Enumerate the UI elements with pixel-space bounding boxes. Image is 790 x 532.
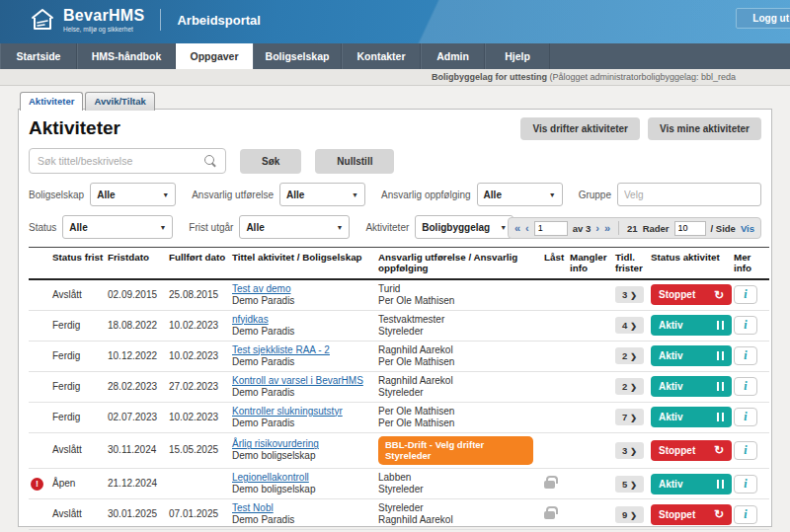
activity-title-link[interactable]: Test av demo	[232, 283, 290, 294]
chevron-down-icon: ▼	[159, 224, 166, 231]
boligselskap-name: Demo Paradis	[232, 418, 294, 428]
chevron-right-icon: ❯	[630, 481, 637, 490]
fristdato-cell: 28.02.2023	[106, 371, 167, 402]
more-info-button[interactable]: i	[734, 441, 757, 460]
previous-deadlines-button[interactable]: 2❯	[615, 347, 644, 364]
restart-icon: ↻	[714, 289, 724, 301]
deadline-warning-cell	[29, 371, 50, 402]
ansvarlig-oppfolging-select[interactable]: Alle ▼	[477, 183, 563, 206]
ansvarlig-cell: Ragnhild AarekolStyreleder	[376, 371, 542, 402]
nav-item-boligselskap[interactable]: Boligselskap	[253, 43, 342, 69]
status-frist-cell: Avslått	[50, 279, 106, 311]
last-page-icon[interactable]: »	[604, 223, 610, 234]
more-info-button[interactable]: i	[734, 377, 757, 396]
view-drifter-activities-button[interactable]: Vis drifter aktiviteter	[520, 117, 640, 140]
total-rows-count: 21	[627, 223, 638, 234]
reset-button[interactable]: Nullstill	[315, 149, 394, 174]
activity-title-link[interactable]: Test sjekkliste RAA - 2	[232, 344, 330, 355]
activity-title-link[interactable]: Test Nobl	[232, 502, 274, 513]
activity-title-link[interactable]: Kontroller slukningsutstyr	[232, 406, 343, 417]
previous-deadlines-button[interactable]: 3❯	[615, 442, 644, 459]
activity-title-link[interactable]: Kontroll av varsel i BevarHMS	[232, 375, 363, 386]
status-frist-cell: Ferdig	[50, 371, 106, 402]
more-info-button[interactable]: i	[734, 505, 757, 524]
search-button[interactable]: Søk	[240, 149, 301, 174]
stopped-status-button[interactable]: Stoppet↻	[651, 440, 732, 461]
restart-icon: ↻	[714, 444, 724, 456]
tidl-frister-cell: 5❯	[613, 469, 649, 499]
ansvarlig-cell: LabbenStyreleder	[376, 469, 542, 499]
active-status-button[interactable]: Aktiv	[651, 376, 732, 397]
nav-item-admin[interactable]: Admin	[421, 43, 485, 69]
chevron-down-icon: ▼	[500, 224, 507, 231]
status-aktivitet-cell: Aktiv	[649, 341, 732, 371]
status-filter-label: Status	[29, 222, 56, 233]
boligselskap-name: Demo Paradis	[232, 295, 294, 306]
boligselskap-select[interactable]: Alle ▼	[90, 183, 176, 206]
show-link[interactable]: Vis	[741, 223, 754, 234]
pause-icon	[717, 351, 724, 360]
view-my-activities-button[interactable]: Vis mine aktiviteter	[648, 117, 761, 140]
gruppe-input[interactable]	[617, 183, 761, 206]
velg-drifter-box[interactable]: BBL-Drift - Velg drifterStyreleder	[378, 436, 533, 466]
nav-item-oppgaver[interactable]: Oppgaver	[176, 43, 253, 69]
nav-item-kontakter[interactable]: Kontakter	[342, 43, 421, 69]
activity-title-link[interactable]: Årlig risikovurdering	[232, 438, 319, 449]
active-status-button[interactable]: Aktiv	[651, 474, 732, 494]
tidl-frister-cell: 3❯	[613, 279, 649, 311]
last-cell	[542, 371, 568, 402]
page-title: Aktiviteter	[29, 117, 120, 139]
more-info-button[interactable]: i	[734, 408, 757, 426]
chevron-right-icon: ❯	[630, 352, 637, 361]
brand-name: BevarHMS	[63, 7, 144, 25]
aktiviteter-select[interactable]: Boligbyggelag ▼	[415, 215, 514, 239]
active-status-button[interactable]: Aktiv	[651, 345, 732, 366]
more-info-button[interactable]: i	[734, 316, 757, 335]
tittel-cell: Test sjekkliste RAA - 2Demo Paradis	[230, 341, 376, 371]
previous-deadlines-button[interactable]: 2❯	[615, 378, 644, 395]
fullfort-dato-cell: 10.02.2023	[167, 341, 230, 371]
tidl-frister-cell: 2❯	[613, 371, 649, 402]
active-status-button[interactable]: Aktiv	[651, 315, 732, 336]
activity-title-link[interactable]: nfyidkas	[232, 314, 269, 325]
stopped-status-button[interactable]: Stoppet↻	[651, 284, 732, 305]
fristdato-cell: 30.01.2025	[106, 499, 167, 530]
nav-item-startside[interactable]: Startside	[0, 43, 77, 69]
more-info-button[interactable]: i	[734, 285, 757, 304]
search-input[interactable]	[38, 155, 204, 167]
mangler-info-cell	[568, 341, 613, 371]
tab-aktiviteter[interactable]: Aktiviteter	[20, 92, 83, 111]
nav-item-hms-handbok[interactable]: HMS-håndbok	[77, 43, 176, 69]
frist-utgar-select[interactable]: Alle ▼	[239, 215, 350, 239]
ansvarlig-utforelse: Ragnhild Aarekol	[378, 344, 453, 355]
ansvarlig-utforelse-select[interactable]: Alle ▼	[279, 183, 365, 206]
nav-item-hjelp[interactable]: Hjelp	[485, 43, 550, 69]
tittel-cell: Test av demoDemo Paradis	[230, 279, 376, 311]
previous-deadlines-button[interactable]: 7❯	[615, 409, 644, 425]
previous-deadlines-button[interactable]: 5❯	[615, 476, 644, 493]
table-row: Avslått30.11.202415.05.2025Årlig risikov…	[29, 432, 769, 469]
ansvarlig-oppfolging: Styreleder	[378, 387, 424, 398]
first-page-icon[interactable]: «	[514, 223, 520, 234]
rows-per-page-input[interactable]	[674, 221, 706, 236]
prev-page-icon[interactable]: ‹	[525, 223, 529, 234]
stopped-status-button[interactable]: Stoppet↻	[651, 504, 732, 525]
activity-title-link[interactable]: Legionellakontroll	[232, 472, 309, 483]
next-page-icon[interactable]: ›	[595, 223, 599, 234]
active-status-button[interactable]: Aktiv	[651, 407, 732, 427]
tidl-frister-cell: 9❯	[613, 499, 649, 530]
previous-deadlines-button[interactable]: 9❯	[615, 506, 644, 523]
mer-info-cell: i	[732, 469, 769, 499]
tittel-cell: Kontroll av varsel i BevarHMSDemo Paradi…	[230, 371, 376, 402]
previous-deadlines-button[interactable]: 4❯	[615, 317, 644, 334]
previous-deadlines-button[interactable]: 3❯	[615, 286, 644, 303]
tab-avvik-tiltak[interactable]: Avvik/Tiltak	[85, 92, 154, 111]
more-info-button[interactable]: i	[734, 475, 757, 494]
status-select[interactable]: Alle ▼	[62, 215, 173, 239]
table-header-row: Status fristFristdatoFullført datoTittel…	[29, 248, 769, 279]
pause-icon	[717, 480, 724, 489]
logout-button[interactable]: Logg ut	[736, 8, 790, 29]
boligselskap-name: Demo boligselskap	[232, 484, 316, 494]
more-info-button[interactable]: i	[734, 346, 757, 365]
page-number-input[interactable]	[534, 221, 568, 236]
